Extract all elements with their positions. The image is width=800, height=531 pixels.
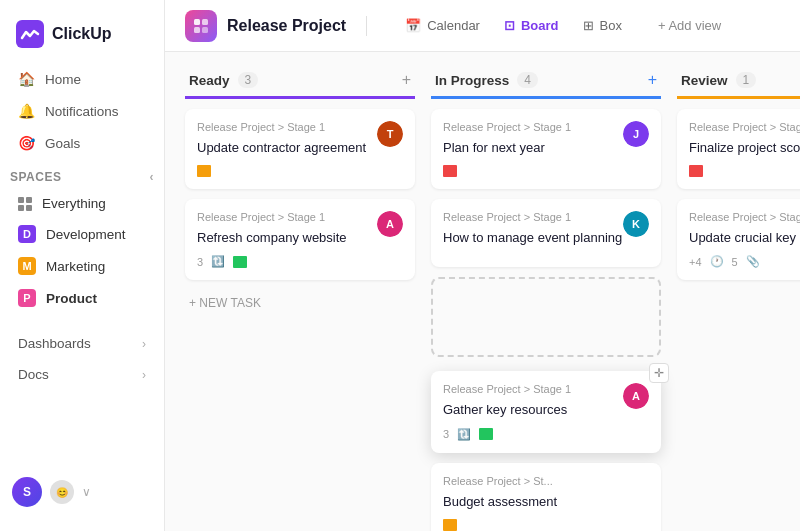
- card-finalize-scope[interactable]: Release Project > Stage 1 L Finalize pro…: [677, 109, 800, 189]
- card-count: 3: [197, 256, 203, 268]
- page-header: Release Project 📅 Calendar ⊡ Board ⊞ Box…: [165, 0, 800, 52]
- svg-rect-3: [194, 27, 200, 33]
- docs-chevron-icon: ›: [142, 368, 146, 382]
- card-title: Update contractor agreement: [197, 139, 403, 157]
- card-footer: [443, 519, 649, 531]
- logo-area[interactable]: ClickUp: [0, 12, 164, 64]
- clock-icon: 🕐: [710, 255, 724, 268]
- sidebar-footer[interactable]: S 😊 ∨: [0, 465, 164, 519]
- sidebar-nav: 🏠 Home 🔔 Notifications 🎯 Goals: [0, 64, 164, 158]
- new-task-button-ready[interactable]: + NEW TASK: [185, 290, 415, 316]
- card-title: Finalize project scope: [689, 139, 800, 157]
- sidebar-item-product[interactable]: P Product: [8, 283, 156, 313]
- grid-icon: [18, 197, 32, 211]
- svg-rect-2: [202, 19, 208, 25]
- card-path: Release Project > Stage 1: [689, 121, 800, 133]
- refresh-icon: 🔃: [211, 255, 225, 268]
- card-path: Release Project > Stage 1: [443, 211, 649, 223]
- card-footer: 3 🔃: [443, 428, 649, 441]
- column-header-left-review: Review 1: [681, 72, 756, 88]
- card-path: Release Project > Stage 1: [443, 383, 649, 395]
- flag-icon: [443, 165, 457, 177]
- card-plan-year[interactable]: Release Project > Stage 1 J Plan for nex…: [431, 109, 661, 189]
- card-footer: [197, 165, 403, 177]
- card-title: Budget assessment: [443, 493, 649, 511]
- column-header-left-ready: Ready 3: [189, 72, 258, 88]
- card-meta: +4 🕐 5 📎: [689, 255, 760, 268]
- sidebar-item-home[interactable]: 🏠 Home: [8, 64, 156, 94]
- project-icon-svg: [192, 17, 210, 35]
- marketing-label: Marketing: [46, 259, 105, 274]
- flag-icon: [479, 428, 493, 440]
- column-ready: Ready 3 + Release Project > Stage 1 T Up…: [185, 72, 415, 316]
- card-footer: +4 🕐 5 📎: [689, 255, 800, 268]
- card-path: Release Project > Stage 1: [197, 211, 403, 223]
- sidebar: ClickUp 🏠 Home 🔔 Notifications 🎯 Goals S…: [0, 0, 165, 531]
- development-label: Development: [46, 227, 126, 242]
- dashboards-chevron-icon: ›: [142, 337, 146, 351]
- docs-label: Docs: [18, 367, 49, 382]
- paperclip-icon: 📎: [746, 255, 760, 268]
- column-count-ready: 3: [238, 72, 259, 88]
- card-footer: [443, 165, 649, 177]
- add-view-label: + Add view: [658, 18, 721, 33]
- sidebar-item-goals[interactable]: 🎯 Goals: [8, 128, 156, 158]
- sidebar-item-development[interactable]: D Development: [8, 219, 156, 249]
- clickup-logo-icon: [16, 20, 44, 48]
- card-update-objectives[interactable]: Release Project > Stage 1 M Update cruci…: [677, 199, 800, 280]
- main-content: Release Project 📅 Calendar ⊡ Board ⊞ Box…: [165, 0, 800, 531]
- sidebar-item-home-label: Home: [45, 72, 81, 87]
- sidebar-item-docs[interactable]: Docs ›: [8, 360, 156, 389]
- card-path: Release Project > St...: [443, 475, 649, 487]
- card-title: Update crucial key objectives: [689, 229, 800, 247]
- column-count-inprogress: 4: [517, 72, 538, 88]
- marketing-badge: M: [18, 257, 36, 275]
- card-refresh-website[interactable]: Release Project > Stage 1 A Refresh comp…: [185, 199, 415, 280]
- flag-icon: [689, 165, 703, 177]
- column-count-review: 1: [736, 72, 757, 88]
- sidebar-item-notifications[interactable]: 🔔 Notifications: [8, 96, 156, 126]
- user-avatar: S: [12, 477, 42, 507]
- card-meta: 3 🔃: [443, 428, 493, 441]
- sidebar-item-everything[interactable]: Everything: [8, 190, 156, 217]
- spaces-label: Spaces: [10, 170, 61, 184]
- refresh-icon: 🔃: [457, 428, 471, 441]
- page-title: Release Project: [227, 17, 346, 35]
- sidebar-item-notifications-label: Notifications: [45, 104, 119, 119]
- card-avatar: A: [377, 211, 403, 237]
- spaces-section-header[interactable]: Spaces ‹: [0, 158, 164, 190]
- column-add-ready[interactable]: +: [402, 72, 411, 88]
- development-badge: D: [18, 225, 36, 243]
- card-event-planning[interactable]: Release Project > Stage 1 K How to manag…: [431, 199, 661, 267]
- dashboards-label: Dashboards: [18, 336, 91, 351]
- sidebar-item-marketing[interactable]: M Marketing: [8, 251, 156, 281]
- box-icon: ⊞: [583, 18, 594, 33]
- drag-handle-icon[interactable]: ✛: [649, 363, 669, 383]
- logo-text: ClickUp: [52, 25, 112, 43]
- column-review: Review 1 Release Project > Stage 1 L Fin…: [677, 72, 800, 280]
- tab-board[interactable]: ⊡ Board: [494, 13, 569, 38]
- card-budget-assessment[interactable]: Release Project > St... Budget assessmen…: [431, 463, 661, 531]
- project-icon: [185, 10, 217, 42]
- add-view-button[interactable]: + Add view: [648, 13, 731, 38]
- card-path: Release Project > Stage 1: [689, 211, 800, 223]
- flag-icon: [233, 256, 247, 268]
- sidebar-item-dashboards[interactable]: Dashboards ›: [8, 329, 156, 358]
- tab-calendar[interactable]: 📅 Calendar: [395, 13, 490, 38]
- column-add-inprogress[interactable]: +: [648, 72, 657, 88]
- svg-rect-1: [194, 19, 200, 25]
- product-label: Product: [46, 291, 97, 306]
- new-task-label: + NEW TASK: [189, 296, 261, 310]
- card-meta: 3 🔃: [197, 255, 247, 268]
- board-area: Ready 3 + Release Project > Stage 1 T Up…: [165, 52, 800, 531]
- box-tab-label: Box: [600, 18, 622, 33]
- floating-card-gather-resources[interactable]: ✛ Release Project > Stage 1 A Gather key…: [431, 371, 661, 452]
- column-title-inprogress: In Progress: [435, 73, 509, 88]
- card-count: 3: [443, 428, 449, 440]
- column-header-review: Review 1: [677, 72, 800, 99]
- tab-box[interactable]: ⊞ Box: [573, 13, 632, 38]
- header-divider: [366, 16, 367, 36]
- card-update-contractor[interactable]: Release Project > Stage 1 T Update contr…: [185, 109, 415, 189]
- board-tab-label: Board: [521, 18, 559, 33]
- spaces-nav: Everything D Development M Marketing P P…: [0, 190, 164, 313]
